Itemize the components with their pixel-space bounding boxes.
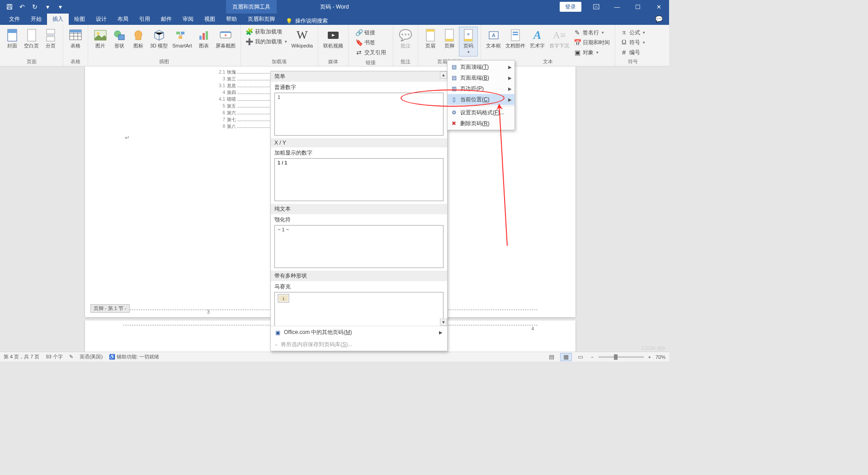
3dmodels-button[interactable]: 3D 模型 (148, 27, 170, 50)
cover-page-button[interactable]: 封面 (3, 27, 22, 50)
signature-label: 签名行 (583, 29, 599, 37)
login-button[interactable]: 登录 (560, 2, 581, 12)
tell-me[interactable]: 💡操作说明搜索 (280, 17, 333, 25)
document-title: 页码 - Word (320, 3, 349, 11)
object-label: 对象 (583, 49, 594, 56)
status-wordcount[interactable]: 93 个字 (46, 353, 62, 360)
tab-review[interactable]: 审阅 (177, 14, 199, 25)
crossref-button[interactable]: ⇄交叉引用 (353, 47, 388, 57)
number-button[interactable]: #编号 (618, 47, 647, 57)
status-language[interactable]: 英语(美国) (80, 353, 103, 360)
pictures-button[interactable]: 图片 (91, 27, 110, 50)
dropcap-button[interactable]: A≡首字下沉 (547, 27, 571, 57)
chart-button[interactable]: 图表 (194, 27, 213, 50)
save-button[interactable] (4, 1, 15, 13)
redo-button[interactable]: ↻ (29, 1, 41, 13)
table-button[interactable]: 表格 (66, 27, 85, 50)
page-number-button[interactable]: #页码▾ (459, 27, 478, 56)
ribbon-display-button[interactable] (586, 0, 607, 14)
object-button[interactable]: ▣对象▾ (571, 47, 612, 57)
online-video-button[interactable]: 联机视频 (321, 27, 345, 50)
tab-references[interactable]: 引用 (134, 14, 156, 25)
link-button[interactable]: 🔗链接 (353, 28, 388, 38)
gallery-more-office[interactable]: ▣Office.com 中的其他页码(M)▶ (271, 326, 447, 339)
textbox-icon: A (486, 28, 501, 42)
status-page[interactable]: 第 4 页，共 7 页 (4, 353, 39, 360)
zoom-value[interactable]: 70% (656, 354, 665, 360)
page-number-header: 4 (531, 326, 534, 331)
menu-remove-page-numbers[interactable]: ✖删除页码(R) (448, 118, 514, 129)
zoom-slider-knob[interactable] (614, 354, 618, 360)
status-accessibility[interactable]: ♿ 辅助功能: 一切就绪 (109, 353, 159, 360)
menu-page-bottom[interactable]: ▤页面底端(B)▶ (448, 72, 514, 83)
wordart-button[interactable]: A艺术字 (528, 27, 547, 57)
equation-button[interactable]: π公式▾ (618, 28, 647, 38)
page-break-button[interactable]: 分页 (41, 27, 60, 50)
undo-button[interactable]: ↶ (16, 1, 28, 13)
page-break-label: 分页 (46, 43, 56, 49)
gallery-save-selection[interactable]: ▫将所选内容保存到页码库(S)... (271, 339, 447, 351)
gallery-scroll-down[interactable]: ▼ (440, 319, 447, 326)
header-button[interactable]: 页眉 (421, 27, 440, 56)
bookmark-button[interactable]: 🔖书签 (353, 38, 388, 47)
shapes-button[interactable]: 形状 (110, 27, 129, 50)
zoom-in-button[interactable]: + (646, 354, 653, 360)
view-web-button[interactable]: ▭ (575, 353, 586, 361)
pi-icon: π (620, 29, 627, 36)
blank-page-button[interactable]: 空白页 (22, 27, 41, 50)
quickparts-button[interactable]: 文档部件 (503, 27, 528, 57)
screenshot-button[interactable]: 屏幕截图 (213, 27, 238, 50)
maximize-button[interactable]: ☐ (627, 0, 648, 14)
tab-mail[interactable]: 邮件 (156, 14, 177, 25)
zoom-slider[interactable] (599, 356, 644, 358)
tab-design[interactable]: 设计 (90, 14, 112, 25)
quick-access-toolbar: ↶ ↻ ▾ ▾ (0, 1, 66, 13)
view-print-button[interactable]: ▦ (560, 353, 572, 361)
menu-format-label: 设置页码格式(F)... (460, 109, 504, 117)
svg-rect-28 (445, 39, 453, 41)
smartart-button[interactable]: SmartArt (170, 27, 194, 50)
menu-current-position[interactable]: ▯当前位置(C)▶ (448, 94, 514, 105)
tab-home[interactable]: 开始 (25, 14, 47, 25)
menu-page-margins[interactable]: ▥页边距(P)▶ (448, 83, 514, 94)
gallery-item-mosaic[interactable]: 1 (274, 292, 443, 326)
chart-label: 图表 (199, 43, 209, 49)
header-label: 页眉 (425, 43, 435, 49)
gallery-item-bold[interactable]: 1 / 1 (274, 158, 443, 201)
zoom-out-button[interactable]: − (589, 354, 595, 360)
share-button[interactable]: 💬 (655, 15, 663, 23)
close-button[interactable]: ✕ (648, 0, 669, 14)
minimize-button[interactable]: — (607, 0, 627, 14)
datetime-button[interactable]: 📅日期和时间 (571, 38, 612, 47)
svg-rect-19 (203, 33, 205, 40)
tab-layout[interactable]: 布局 (112, 14, 134, 25)
wordart-label: 艺术字 (530, 43, 545, 49)
qat1-button[interactable]: ▾ (42, 1, 53, 13)
gallery-item-tilde-label: 颚化符 (271, 215, 447, 225)
menu-format-page-numbers[interactable]: ⚙设置页码格式(F)... (448, 107, 514, 118)
tab-draw[interactable]: 绘图 (69, 14, 90, 25)
my-addins-button[interactable]: ➕我的加载项▾ (244, 37, 289, 47)
tab-insert[interactable]: 插入 (47, 14, 69, 25)
view-read-button[interactable]: ▤ (546, 353, 557, 361)
textbox-button[interactable]: A文本框 (484, 27, 503, 57)
symbol-button[interactable]: Ω符号▾ (618, 38, 647, 47)
qat2-button[interactable]: ▾ (54, 1, 66, 13)
tab-help[interactable]: 帮助 (221, 14, 242, 25)
gallery-item-plain-number[interactable]: 1 (274, 93, 443, 136)
tab-view[interactable]: 视图 (199, 14, 221, 25)
menu-page-top[interactable]: ▤页面顶端(T)▶ (448, 61, 514, 72)
get-addins-button[interactable]: 🧩获取加载项 (244, 27, 289, 37)
tab-header-footer[interactable]: 页眉和页脚 (242, 14, 280, 25)
tab-file[interactable]: 文件 (4, 14, 25, 25)
group-pages-label: 页面 (27, 57, 37, 66)
status-spellcheck[interactable]: ✎ (69, 354, 73, 360)
signature-button[interactable]: ✎签名行▾ (571, 28, 612, 38)
gallery-scroll-up[interactable]: ▲ (440, 71, 447, 79)
icons-button[interactable]: 图标 (129, 27, 148, 50)
contextual-tab-label: 页眉和页脚工具 (226, 0, 277, 14)
gallery-item-tilde[interactable]: ~ 1 ~ (274, 225, 443, 268)
footer-button[interactable]: 页脚 (440, 27, 459, 56)
comment-button[interactable]: 💬批注 (396, 27, 415, 50)
wikipedia-button[interactable]: WWikipedia (289, 27, 316, 50)
